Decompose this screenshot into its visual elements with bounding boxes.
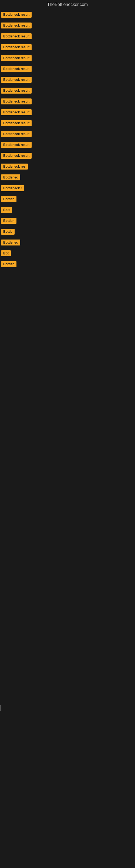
bottleneck-badge-16: Bottlenec: [1, 175, 20, 180]
bottleneck-badge-23: Bot: [1, 250, 11, 256]
bottleneck-item-7[interactable]: Bottleneck result: [1, 74, 134, 85]
bottleneck-badge-4: Bottleneck result: [1, 44, 32, 50]
items-container: Bottleneck resultBottleneck resultBottle…: [0, 8, 135, 271]
bottleneck-badge-14: Bottleneck result: [1, 153, 32, 159]
bottleneck-badge-11: Bottleneck result: [1, 120, 32, 126]
bottleneck-item-3[interactable]: Bottleneck result: [1, 31, 134, 42]
bottleneck-badge-13: Bottleneck result: [1, 142, 32, 148]
bottleneck-badge-21: Bottle: [1, 229, 14, 235]
bottleneck-item-13[interactable]: Bottleneck result: [1, 140, 134, 150]
bottleneck-item-15[interactable]: Bottleneck res: [1, 161, 134, 172]
bottleneck-badge-12: Bottleneck result: [1, 131, 32, 137]
site-title: TheBottlenecker.com: [0, 0, 135, 8]
bottleneck-badge-24: Bottlen: [1, 261, 16, 267]
bottleneck-badge-5: Bottleneck result: [1, 55, 32, 61]
bottleneck-item-8[interactable]: Bottleneck result: [1, 85, 134, 96]
bottleneck-item-10[interactable]: Bottleneck result: [1, 107, 134, 118]
bottleneck-badge-18: Bottlen: [1, 196, 16, 202]
bottleneck-item-24[interactable]: Bottlen: [1, 259, 134, 270]
bottleneck-badge-1: Bottleneck result: [1, 12, 32, 18]
bottleneck-badge-10: Bottleneck result: [1, 109, 32, 115]
bottleneck-item-22[interactable]: Bottlenec: [1, 237, 134, 248]
bottleneck-item-18[interactable]: Bottlen: [1, 194, 134, 205]
bottleneck-badge-22: Bottlenec: [1, 240, 20, 246]
bottleneck-badge-17: Bottleneck r: [1, 185, 24, 191]
bottleneck-item-16[interactable]: Bottlenec: [1, 172, 134, 183]
bottleneck-badge-15: Bottleneck res: [1, 163, 28, 169]
bottleneck-item-4[interactable]: Bottleneck result: [1, 42, 134, 53]
bottleneck-badge-19: Bott: [1, 207, 12, 213]
bottleneck-item-11[interactable]: Bottleneck result: [1, 118, 134, 129]
bottleneck-badge-20: Bottlen: [1, 218, 16, 224]
bottleneck-badge-6: Bottleneck result: [1, 66, 32, 72]
bottleneck-item-1[interactable]: Bottleneck result: [1, 9, 134, 20]
bottleneck-item-23[interactable]: Bot: [1, 248, 134, 259]
bottleneck-item-2[interactable]: Bottleneck result: [1, 20, 134, 31]
bottleneck-badge-8: Bottleneck result: [1, 88, 32, 94]
bottleneck-badge-3: Bottleneck result: [1, 33, 32, 39]
bottleneck-item-19[interactable]: Bott: [1, 205, 134, 215]
bottleneck-item-5[interactable]: Bottleneck result: [1, 53, 134, 63]
bottleneck-item-9[interactable]: Bottleneck result: [1, 96, 134, 107]
bottleneck-badge-7: Bottleneck result: [1, 77, 32, 83]
bottleneck-item-17[interactable]: Bottleneck r: [1, 183, 134, 194]
cursor-indicator: [1, 705, 1, 711]
bottleneck-item-21[interactable]: Bottle: [1, 226, 134, 237]
bottleneck-badge-9: Bottleneck result: [1, 98, 32, 104]
bottleneck-item-14[interactable]: Bottleneck result: [1, 150, 134, 161]
bottleneck-item-12[interactable]: Bottleneck result: [1, 129, 134, 140]
bottleneck-item-6[interactable]: Bottleneck result: [1, 63, 134, 74]
bottleneck-badge-2: Bottleneck result: [1, 23, 32, 29]
bottleneck-item-20[interactable]: Bottlen: [1, 215, 134, 226]
